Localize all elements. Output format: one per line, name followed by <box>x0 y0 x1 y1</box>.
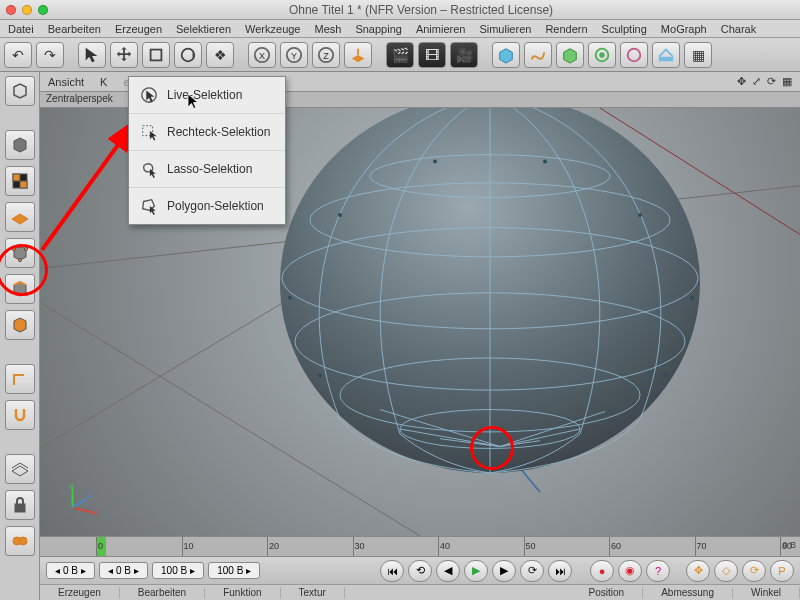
locked-workplane-button[interactable] <box>5 490 35 520</box>
timeline-tick <box>524 537 525 556</box>
axis-tool-button[interactable] <box>5 364 35 394</box>
menu-werkzeuge[interactable]: Werkzeuge <box>245 23 300 35</box>
rect-select-icon <box>139 122 159 142</box>
svg-point-48 <box>663 374 667 378</box>
menu-live-selektion[interactable]: Live-Selektion <box>129 77 285 114</box>
nav-zoom-icon[interactable]: ⤢ <box>752 75 761 88</box>
nav-move-icon[interactable]: ✥ <box>737 75 746 88</box>
minimize-icon[interactable] <box>22 5 32 15</box>
camera-button[interactable] <box>620 42 648 68</box>
close-icon[interactable] <box>6 5 16 15</box>
step-back-button[interactable]: ⟲ <box>408 560 432 582</box>
menu-rendern[interactable]: Rendern <box>545 23 587 35</box>
coord-system-button[interactable] <box>344 42 372 68</box>
generator-button[interactable] <box>556 42 584 68</box>
key-rot-button[interactable]: ⟳ <box>742 560 766 582</box>
view-menu-kameras[interactable]: K <box>100 76 107 88</box>
timeline-tick-label: 50 <box>526 541 536 551</box>
model-mode-button[interactable] <box>5 130 35 160</box>
menu-sculpting[interactable]: Sculpting <box>602 23 647 35</box>
svg-text:X: X <box>93 510 98 516</box>
view-menu-ansicht[interactable]: Ansicht <box>48 76 84 88</box>
main-toolbar: ↶ ↷ ❖ X Y Z 🎬 🎞 🎥 ▦ <box>0 38 800 72</box>
spline-button[interactable] <box>524 42 552 68</box>
tab-erzeugen[interactable]: Erzeugen <box>40 587 120 598</box>
lock-z-button[interactable]: Z <box>312 42 340 68</box>
deformer-button[interactable] <box>588 42 616 68</box>
autokey-button[interactable]: ◉ <box>618 560 642 582</box>
timeline-tick-label: 20 <box>269 541 279 551</box>
menu-label: Live-Selektion <box>167 88 242 102</box>
nav-rotate-icon[interactable]: ⟳ <box>767 75 776 88</box>
rotate-tool[interactable] <box>174 42 202 68</box>
lock-x-button[interactable]: X <box>248 42 276 68</box>
menu-snapping[interactable]: Snapping <box>355 23 402 35</box>
snap-button[interactable] <box>5 400 35 430</box>
tab-winkel[interactable]: Winkel <box>733 587 800 598</box>
menu-lasso-selektion[interactable]: Lasso-Selektion <box>129 151 285 188</box>
play-button[interactable]: ▶ <box>464 560 488 582</box>
goto-end-button[interactable]: ⏭ <box>548 560 572 582</box>
goto-start-button[interactable]: ⏮ <box>380 560 404 582</box>
polygon-mode-button[interactable] <box>5 310 35 340</box>
menu-charakter[interactable]: Charak <box>721 23 756 35</box>
move-tool[interactable] <box>110 42 138 68</box>
workplane-mode-button[interactable] <box>5 202 35 232</box>
tweak-mode-button[interactable] <box>5 526 35 556</box>
frame-start-field[interactable]: ◂ 0 B ▸ <box>46 562 95 579</box>
primitive-cube-button[interactable] <box>492 42 520 68</box>
svg-point-47 <box>318 374 322 378</box>
frame-current-field[interactable]: ◂ 0 B ▸ <box>99 562 148 579</box>
key-scale-button[interactable]: ◇ <box>714 560 738 582</box>
menu-erzeugen[interactable]: Erzeugen <box>115 23 162 35</box>
frame-total-field[interactable]: 100 B ▸ <box>208 562 260 579</box>
lock-y-button[interactable]: Y <box>280 42 308 68</box>
render-settings-button[interactable]: 🎞 <box>418 42 446 68</box>
menu-mograph[interactable]: MoGraph <box>661 23 707 35</box>
timeline-tick <box>609 537 610 556</box>
texture-mode-button[interactable] <box>5 166 35 196</box>
prev-frame-button[interactable]: ◀ <box>436 560 460 582</box>
tab-abmessung[interactable]: Abmessung <box>643 587 733 598</box>
tab-textur[interactable]: Textur <box>281 587 345 598</box>
environment-button[interactable] <box>652 42 680 68</box>
timeline-ruler[interactable]: 01020304050607080 0 B <box>40 536 800 556</box>
tab-bearbeiten[interactable]: Bearbeiten <box>120 587 205 598</box>
menu-polygon-selektion[interactable]: Polygon-Selektion <box>129 188 285 224</box>
render-view-button[interactable]: 🎬 <box>386 42 414 68</box>
next-frame-button[interactable]: ▶ <box>492 560 516 582</box>
menu-datei[interactable]: Datei <box>8 23 34 35</box>
edge-mode-button[interactable] <box>5 274 35 304</box>
key-pos-button[interactable]: ✥ <box>686 560 710 582</box>
menu-simulieren[interactable]: Simulieren <box>479 23 531 35</box>
tab-position[interactable]: Position <box>571 587 644 598</box>
svg-point-44 <box>638 213 642 217</box>
live-select-tool[interactable] <box>78 42 106 68</box>
undo-button[interactable]: ↶ <box>4 42 32 68</box>
menu-mesh[interactable]: Mesh <box>314 23 341 35</box>
menu-animieren[interactable]: Animieren <box>416 23 466 35</box>
tab-funktion[interactable]: Funktion <box>205 587 280 598</box>
record-button[interactable]: ● <box>590 560 614 582</box>
menu-selektieren[interactable]: Selektieren <box>176 23 231 35</box>
frame-end-field[interactable]: 100 B ▸ <box>152 562 204 579</box>
timeline-end-label: 0 B <box>782 540 796 550</box>
scale-tool[interactable] <box>142 42 170 68</box>
menu-bearbeiten[interactable]: Bearbeiten <box>48 23 101 35</box>
more-objects-button[interactable]: ▦ <box>684 42 712 68</box>
zoom-icon[interactable] <box>38 5 48 15</box>
point-mode-button[interactable] <box>5 238 35 268</box>
redo-button[interactable]: ↷ <box>36 42 64 68</box>
keyframe-options-button[interactable]: ? <box>646 560 670 582</box>
nav-layout-icon[interactable]: ▦ <box>782 75 792 88</box>
svg-line-49 <box>73 508 93 513</box>
menu-rechteck-selektion[interactable]: Rechteck-Selektion <box>129 114 285 151</box>
step-fwd-button[interactable]: ⟳ <box>520 560 544 582</box>
render-picture-button[interactable]: 🎥 <box>450 42 478 68</box>
last-tool[interactable]: ❖ <box>206 42 234 68</box>
svg-point-45 <box>288 296 292 300</box>
viewport-solo-button[interactable] <box>5 454 35 484</box>
make-editable-button[interactable] <box>5 76 35 106</box>
svg-line-51 <box>73 499 87 508</box>
key-param-button[interactable]: P <box>770 560 794 582</box>
